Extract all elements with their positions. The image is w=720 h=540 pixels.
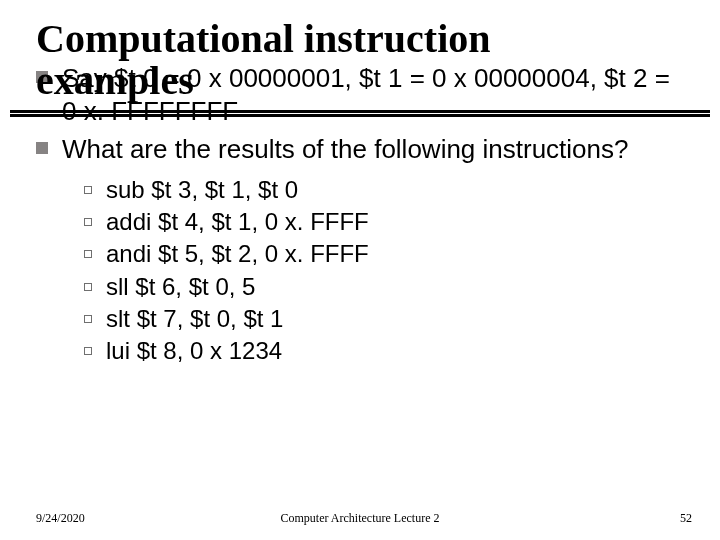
bullet-item-2: What are the results of the following in… (36, 133, 680, 368)
footer-page: 52 (680, 511, 692, 526)
slide: Computational instruction examples Say $… (0, 0, 720, 540)
title-line-2: examples (36, 58, 194, 103)
slide-title: Computational instruction examples (36, 18, 690, 102)
sub-item-5: slt $t 7, $t 0, $t 1 (80, 303, 680, 335)
sub-text-6: lui $t 8, 0 x 1234 (106, 337, 282, 364)
body-area: Say $t 0 = 0 x 00000001, $t 1 = 0 x 0000… (36, 62, 680, 374)
sub-text-2: addi $t 4, $t 1, 0 x. FFFF (106, 208, 369, 235)
sub-item-2: addi $t 4, $t 1, 0 x. FFFF (80, 206, 680, 238)
sub-text-5: slt $t 7, $t 0, $t 1 (106, 305, 283, 332)
title-line-1: Computational instruction (36, 16, 491, 61)
footer-center: Computer Architecture Lecture 2 (0, 511, 720, 526)
bullet-list: Say $t 0 = 0 x 00000001, $t 1 = 0 x 0000… (36, 62, 680, 368)
sub-item-6: lui $t 8, 0 x 1234 (80, 335, 680, 367)
sub-item-3: andi $t 5, $t 2, 0 x. FFFF (80, 238, 680, 270)
sub-item-4: sll $t 6, $t 0, 5 (80, 271, 680, 303)
sub-list: sub $t 3, $t 1, $t 0 addi $t 4, $t 1, 0 … (80, 174, 680, 368)
sub-item-1: sub $t 3, $t 1, $t 0 (80, 174, 680, 206)
sub-text-3: andi $t 5, $t 2, 0 x. FFFF (106, 240, 369, 267)
sub-text-4: sll $t 6, $t 0, 5 (106, 273, 255, 300)
bullet-text-2: What are the results of the following in… (62, 134, 629, 164)
sub-text-1: sub $t 3, $t 1, $t 0 (106, 176, 298, 203)
